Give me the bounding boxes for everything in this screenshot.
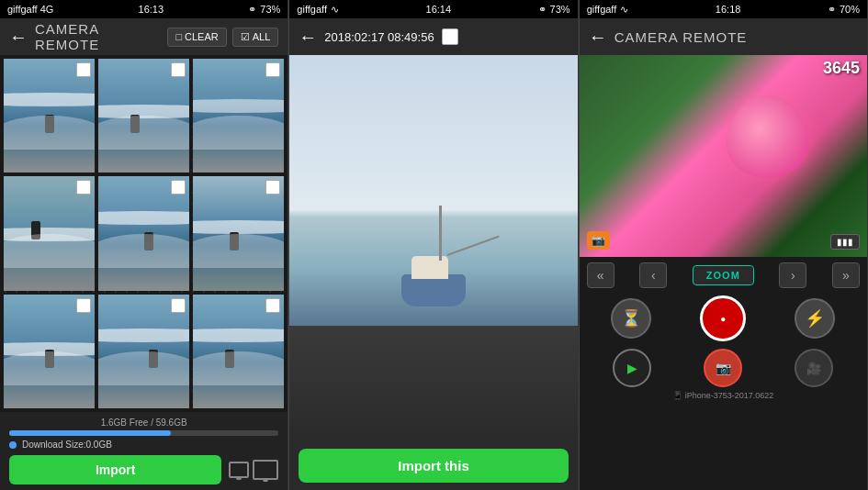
download-info: Download Size:0.0GB bbox=[9, 440, 278, 450]
thumb-8[interactable] bbox=[98, 295, 189, 408]
back-button-2[interactable]: ← bbox=[299, 28, 317, 46]
boat-body bbox=[401, 274, 466, 306]
progress-bar-bg bbox=[9, 430, 278, 436]
thumb-7[interactable] bbox=[4, 295, 95, 408]
boat-scene bbox=[289, 55, 577, 441]
back-button-3[interactable]: ← bbox=[589, 28, 607, 46]
skip-back-icon: « bbox=[597, 268, 604, 283]
thumb-checkbox-9[interactable] bbox=[265, 298, 280, 313]
flower-area: 3645 📷 ▮▮▮ bbox=[580, 55, 867, 257]
flash-button[interactable]: ⚡ bbox=[795, 298, 835, 339]
thumb-5[interactable] bbox=[98, 176, 189, 290]
bluetooth-icon-2: ⚭ bbox=[538, 4, 547, 16]
record-button[interactable]: ● bbox=[700, 295, 746, 341]
phone-icon bbox=[229, 462, 249, 478]
device-icons bbox=[229, 460, 278, 480]
import-button[interactable]: Import bbox=[9, 455, 221, 484]
time-1: 16:13 bbox=[139, 4, 164, 15]
zoom-back-button[interactable]: ‹ bbox=[639, 262, 667, 288]
battery-3: 70% bbox=[840, 4, 860, 15]
storage-info: 1.6GB Free / 59.6GB bbox=[9, 418, 278, 428]
time-3: 16:18 bbox=[716, 4, 741, 15]
phone-icon-small: 📱 bbox=[672, 391, 682, 400]
thumb-3[interactable] bbox=[193, 59, 284, 173]
video-mode-icon: 🎥 bbox=[806, 362, 821, 375]
photo-area[interactable] bbox=[289, 55, 577, 441]
thumb-9[interactable] bbox=[193, 295, 284, 408]
phone1-screen: giffgaff 4G 16:13 ⚭ 73% ← CAMERA REMOTE … bbox=[0, 0, 288, 490]
phone2-screen: giffgaff ∿ 16:14 ⚭ 73% ← 2018:02:17 08:4… bbox=[289, 0, 578, 490]
progress-bar-fill bbox=[9, 430, 171, 436]
clear-label: CLEAR bbox=[185, 31, 219, 42]
zoom-row: « ‹ ZOOM › » bbox=[587, 262, 860, 288]
zoom-skip-forward-button[interactable]: » bbox=[832, 262, 860, 288]
photo-grid bbox=[0, 55, 287, 412]
carrier-2: giffgaff bbox=[297, 4, 327, 15]
play-icon: ▶ bbox=[627, 361, 637, 375]
tablet-icon bbox=[253, 460, 278, 480]
bluetooth-icon-3: ⚭ bbox=[828, 4, 836, 16]
thumb-checkbox-1[interactable] bbox=[76, 62, 91, 77]
thumb-checkbox-3[interactable] bbox=[265, 62, 280, 77]
all-label: ALL bbox=[253, 31, 271, 42]
thumb-checkbox-8[interactable] bbox=[171, 298, 186, 313]
download-text: Download Size:0.0GB bbox=[22, 440, 112, 450]
back-icon: ‹ bbox=[651, 268, 656, 283]
nav-title-1: CAMERA REMOTE bbox=[35, 21, 160, 52]
thumb-checkbox-7[interactable] bbox=[76, 298, 91, 313]
battery-2: 73% bbox=[550, 4, 570, 15]
download-dot bbox=[9, 441, 17, 449]
flower bbox=[727, 95, 809, 178]
battery-bars: ▮▮▮ bbox=[837, 237, 853, 247]
thumb-checkbox-2[interactable] bbox=[171, 62, 186, 77]
nav-title-3: CAMERA REMOTE bbox=[614, 29, 858, 45]
carrier-3: giffgaff bbox=[587, 4, 617, 15]
battery-1: 73% bbox=[260, 4, 280, 15]
zoom-skip-back-button[interactable]: « bbox=[587, 262, 614, 288]
all-button[interactable]: ☑ ALL bbox=[232, 28, 279, 47]
camera-mode-badge: 📷 bbox=[587, 231, 610, 250]
device-label: 📱 iPhone-3753-2017.0622 bbox=[587, 391, 860, 400]
forward-icon: › bbox=[791, 268, 795, 283]
thumb-6[interactable] bbox=[193, 176, 284, 290]
timer-button[interactable]: ⏳ bbox=[611, 298, 651, 339]
top-nav-1: ← CAMERA REMOTE □ CLEAR ☑ ALL bbox=[0, 18, 287, 55]
boat-mast bbox=[439, 206, 442, 261]
timer-icon: ⏳ bbox=[621, 308, 641, 329]
bluetooth-icon-1: ⚭ bbox=[248, 4, 256, 16]
thumb-checkbox-4[interactable] bbox=[76, 180, 91, 195]
skip-forward-icon: » bbox=[842, 268, 850, 283]
zoom-label: ZOOM bbox=[693, 265, 754, 285]
phone3-screen: giffgaff ∿ 16:18 ⚭ 70% ← CAMERA REMOTE 3… bbox=[580, 0, 868, 490]
back-button-1[interactable]: ← bbox=[9, 28, 28, 46]
play-button[interactable]: ▶ bbox=[613, 349, 651, 387]
photo-mode-button[interactable]: 📷 bbox=[704, 349, 742, 387]
thumb-2[interactable] bbox=[98, 59, 189, 173]
import-row: Import bbox=[9, 455, 278, 484]
status-bar-1: giffgaff 4G 16:13 ⚭ 73% bbox=[0, 0, 287, 18]
thumb-checkbox-5[interactable] bbox=[171, 180, 186, 195]
status-bar-2: giffgaff ∿ 16:14 ⚭ 73% bbox=[289, 0, 577, 18]
thumb-checkbox-6[interactable] bbox=[265, 180, 280, 195]
top-nav-2: ← 2018:02:17 08:49:56 bbox=[289, 18, 577, 55]
device-name: iPhone-3753-2017.0622 bbox=[685, 391, 774, 400]
camera-icon: 📷 bbox=[592, 234, 605, 247]
status-bar-3: giffgaff ∿ 16:18 ⚭ 70% bbox=[580, 0, 867, 18]
boat-rope bbox=[447, 235, 500, 255]
thumb-1[interactable] bbox=[4, 59, 95, 173]
video-mode-button[interactable]: 🎥 bbox=[795, 349, 833, 387]
flash-icon: ⚡ bbox=[805, 308, 825, 329]
top-nav-3: ← CAMERA REMOTE bbox=[580, 18, 867, 55]
nav-checkbox[interactable] bbox=[442, 28, 458, 45]
carrier-1: giffgaff 4G bbox=[7, 4, 53, 15]
clear-button[interactable]: □ CLEAR bbox=[167, 28, 226, 47]
boat-cabin bbox=[411, 256, 448, 279]
datetime-label: 2018:02:17 08:49:56 bbox=[324, 30, 434, 44]
thumb-4[interactable] bbox=[4, 176, 95, 290]
zoom-forward-button[interactable]: › bbox=[779, 262, 806, 288]
controls-area: « ‹ ZOOM › » ⏳ ● ⚡ bbox=[580, 257, 867, 490]
photo-number: 3645 bbox=[823, 59, 860, 78]
battery-badge: ▮▮▮ bbox=[830, 234, 860, 250]
wifi-icon: ∿ bbox=[331, 4, 339, 16]
import-this-button[interactable]: Import this bbox=[299, 449, 568, 483]
